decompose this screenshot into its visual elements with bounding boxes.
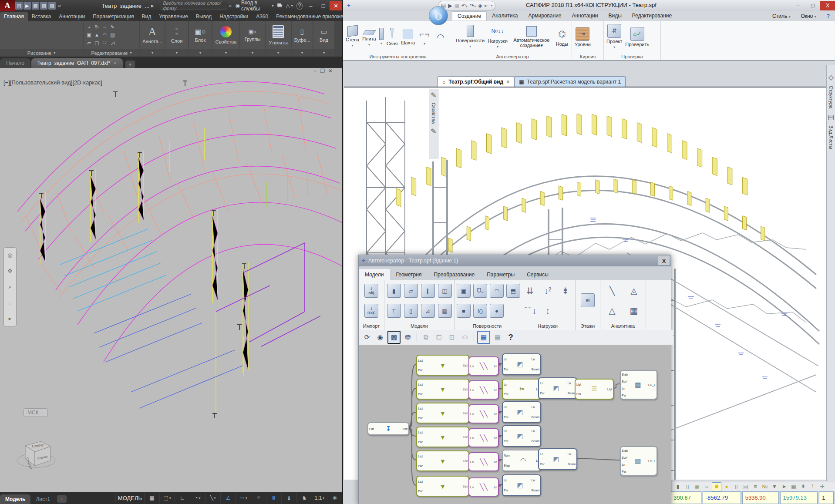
port-in-Par[interactable]: Par xyxy=(369,427,374,431)
nodes-button[interactable]: ⌬Ноды xyxy=(556,27,569,47)
port-in-Par[interactable]: Par xyxy=(504,415,508,419)
graph-node-beam[interactable]: LnPar◩LnBeam xyxy=(502,474,541,496)
port-in-List[interactable]: List xyxy=(418,480,423,484)
port-out-Ln[interactable]: Ln xyxy=(494,485,497,489)
right-panel-strip[interactable]: ◇ Структура ▤ Вид.Листы xyxy=(826,65,835,487)
ribbon-tab-2[interactable]: Аннотации xyxy=(55,12,89,21)
ribbon-tab-8[interactable]: A360 xyxy=(252,12,272,21)
number-filter-icon[interactable]: № xyxy=(761,483,769,491)
properties-panel-strip[interactable]: ✎ Свойства ✎ xyxy=(429,89,438,158)
curves-icon[interactable]: ᘮ₂ xyxy=(473,284,487,298)
port-out-Ln[interactable]: Ln xyxy=(532,478,539,482)
scale-icon[interactable]: ▢ xyxy=(93,39,101,47)
new-file-icon[interactable]: ▤ xyxy=(15,2,23,10)
funnel-icon[interactable]: ▼ xyxy=(770,483,779,491)
table-filter-icon[interactable]: ▦ xyxy=(789,483,798,491)
import-dxf-icon[interactable]: ↧DXF xyxy=(364,304,378,318)
port-in-Ln[interactable]: Ln xyxy=(504,429,508,433)
port-in-Ln[interactable]: Ln xyxy=(470,460,474,464)
steering-icon[interactable]: ▸ xyxy=(9,315,12,322)
port-in-Par[interactable]: Par xyxy=(418,392,423,396)
compass-icon[interactable]: ◈ xyxy=(478,3,482,9)
layers-stack-icon[interactable]: ≡ xyxy=(751,483,760,491)
panel-groups[interactable]: ▣▹Группы ▾ xyxy=(240,21,265,57)
port-in-Ln[interactable]: Ln xyxy=(470,364,474,368)
import-obj-icon[interactable]: ↧obj xyxy=(364,284,378,298)
a360-icon[interactable]: △▾ xyxy=(286,3,293,9)
frame-eye-icon[interactable]: ⊡ xyxy=(446,332,458,343)
port-in-Ln[interactable]: Ln xyxy=(540,452,545,456)
port-in-Slab[interactable]: Slab xyxy=(622,373,628,376)
fillet-icon[interactable]: ◠ xyxy=(101,31,108,39)
ucs-badge[interactable]: МСК▽ xyxy=(24,408,48,417)
frame-ellipse-icon[interactable]: ⬭ xyxy=(459,332,471,343)
settings-gear-icon[interactable]: ✱ xyxy=(327,493,342,503)
help-icon[interactable]: ? xyxy=(822,12,835,20)
port-out-List[interactable]: List xyxy=(463,363,468,367)
search-input[interactable]: Введите ключевое слово/фразу xyxy=(161,2,227,10)
sapfir-tab-3[interactable]: Аннотации xyxy=(566,11,603,20)
port-in-List[interactable]: List xyxy=(418,454,423,458)
maximize-button[interactable]: □ xyxy=(317,1,330,10)
column-button[interactable]: ▾ xyxy=(379,28,384,46)
graph-node-big[interactable]: SlabSurfLnPar▦LO_L xyxy=(620,446,657,476)
save-icon[interactable]: ▦ xyxy=(455,3,459,9)
close-button[interactable]: X xyxy=(658,256,670,265)
graph-node-filter[interactable]: ListPar▼List xyxy=(416,355,469,376)
move-cross-icon[interactable]: ✛ xyxy=(818,483,827,491)
auto-create-button[interactable]: Автоматическое создание▾ xyxy=(511,26,552,48)
port-in-Par[interactable]: Par xyxy=(622,393,628,397)
pile-button[interactable]: Свая xyxy=(387,28,398,46)
graph-node-lines[interactable]: Ln╲╲Ln xyxy=(468,428,499,447)
annotation-monitor-icon[interactable]: ♛ xyxy=(266,493,281,503)
port-out-Ln[interactable]: Ln xyxy=(532,357,539,361)
help-button[interactable]: ? xyxy=(505,332,516,343)
fx-dome-icon[interactable]: f() xyxy=(473,304,487,318)
plate-model-icon[interactable]: ⊿ xyxy=(421,304,435,318)
port-in-Surf[interactable]: Surf xyxy=(622,380,628,383)
graph-node-lines[interactable]: Ln╲╲Ln xyxy=(468,477,499,497)
port-out-Ln[interactable]: Ln xyxy=(568,452,576,456)
autocad-drawing-canvas[interactable]: [−][Пользовательский вид][2D-каркас] −❐✕… xyxy=(0,68,342,492)
close-doc-tab-icon[interactable]: × xyxy=(506,79,509,85)
sapfir-tab-2[interactable]: Армирование xyxy=(523,11,567,20)
tbeam-icon[interactable]: ⊤ xyxy=(387,304,401,318)
move-icon[interactable]: ＋ xyxy=(85,24,93,31)
port-in-Ln[interactable]: Ln xyxy=(504,357,508,361)
walls-visibility-icon[interactable]: ▮ xyxy=(673,483,682,491)
save-as-icon[interactable]: ▧ xyxy=(40,2,47,10)
sapfir-quick-access[interactable]: ▤ ▶ ▦ ↶▾ ↷▾ ◈ ⇤ ▾ xyxy=(438,1,495,10)
port-out-Ln[interactable]: Ln xyxy=(494,460,497,464)
layout-tab-0[interactable]: Модель xyxy=(0,494,30,504)
port-out-Beam[interactable]: Beam xyxy=(532,367,539,371)
panel-annotate[interactable]: AАннота... ▾ xyxy=(140,21,165,57)
port-in-Ln[interactable]: Ln xyxy=(504,383,508,386)
port-in-Ln[interactable]: Ln xyxy=(622,463,628,467)
full-nav-wheel-icon[interactable]: ◎ xyxy=(7,252,12,259)
autogen-tab-4[interactable]: Сервисы xyxy=(521,269,555,280)
port-in-Par[interactable]: Par xyxy=(504,392,508,396)
graph-node-beam[interactable]: LnPar◩LnBeam xyxy=(538,448,577,470)
file-tab-1[interactable]: Театр_задание_ОАП_097.dxf*× xyxy=(31,58,123,68)
surfaces-button[interactable]: Поверхности▾ xyxy=(456,25,485,49)
open-file-icon[interactable]: ▶ xyxy=(448,3,452,9)
explode-icon[interactable]: ▤ xyxy=(109,31,116,39)
port-out-Ln[interactable]: Ln xyxy=(494,364,497,368)
refresh-model-icon[interactable]: ⟳ xyxy=(361,332,373,343)
sapfir-tab-0[interactable]: Создание xyxy=(452,11,487,20)
modify-tools-grid[interactable]: ＋↻─✎ ▣▲◠▤ ▱▢∷◿ xyxy=(85,24,116,47)
port-out-List[interactable]: List xyxy=(463,435,468,439)
graph-node-lines[interactable]: Ln╲╲Ln xyxy=(468,452,499,471)
port-in-Ln[interactable]: Ln xyxy=(470,388,474,392)
graph-node-root[interactable]: Par↧List xyxy=(367,422,409,435)
undo-icon[interactable]: ↶▾ xyxy=(461,3,468,9)
port-out-LO_L[interactable]: LO_L xyxy=(648,383,656,387)
snap-icon[interactable]: ⬚▾ xyxy=(159,493,175,503)
triangle-node-icon[interactable]: △ xyxy=(606,304,619,317)
panel-utilities[interactable]: Утилиты ▾ xyxy=(266,21,291,57)
layout-tab-1[interactable]: Лист1 xyxy=(30,494,55,504)
panel-modify-label[interactable]: Редактирование▾ xyxy=(84,49,139,57)
database-export-icon[interactable]: ⛃ xyxy=(402,332,414,343)
port-in-Par[interactable]: Par xyxy=(540,391,545,395)
port-in-Par[interactable]: Par xyxy=(418,464,423,468)
